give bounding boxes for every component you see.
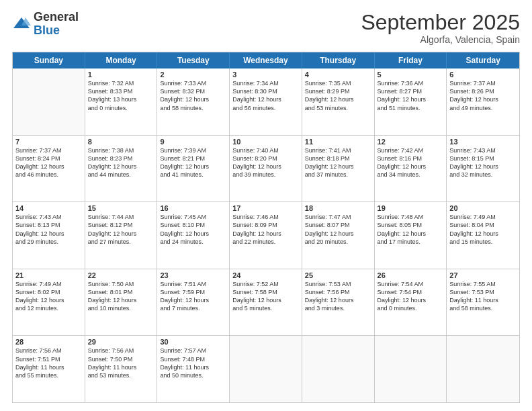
day-info: Sunrise: 7:41 AM Sunset: 8:18 PM Dayligh…: [305, 146, 371, 179]
day-cell-27: 27Sunrise: 7:55 AM Sunset: 7:53 PM Dayli…: [447, 269, 519, 336]
day-number: 28: [15, 338, 82, 346]
day-number: 7: [15, 138, 82, 146]
header: General Blue September 2025 Algorfa, Val…: [12, 11, 520, 45]
day-info: Sunrise: 7:44 AM Sunset: 8:12 PM Dayligh…: [88, 213, 154, 246]
day-cell-5: 5Sunrise: 7:36 AM Sunset: 8:27 PM Daylig…: [375, 68, 447, 135]
day-number: 1: [88, 71, 154, 79]
day-info: Sunrise: 7:54 AM Sunset: 7:54 PM Dayligh…: [378, 280, 444, 313]
day-info: Sunrise: 7:55 AM Sunset: 7:53 PM Dayligh…: [449, 280, 517, 313]
day-number: 17: [232, 204, 299, 212]
day-info: Sunrise: 7:36 AM Sunset: 8:27 PM Dayligh…: [378, 79, 444, 112]
logo-general: General: [34, 11, 79, 24]
day-cell-20: 20Sunrise: 7:49 AM Sunset: 8:04 PM Dayli…: [447, 202, 519, 269]
day-number: 20: [449, 204, 517, 212]
day-info: Sunrise: 7:37 AM Sunset: 8:24 PM Dayligh…: [15, 146, 82, 179]
week-row-4: 21Sunrise: 7:49 AM Sunset: 8:02 PM Dayli…: [13, 269, 519, 336]
day-cell-11: 11Sunrise: 7:41 AM Sunset: 8:18 PM Dayli…: [302, 136, 375, 202]
day-cell-15: 15Sunrise: 7:44 AM Sunset: 8:12 PM Dayli…: [85, 202, 158, 269]
empty-cell: [230, 336, 302, 402]
day-number: 25: [305, 271, 371, 279]
day-cell-23: 23Sunrise: 7:51 AM Sunset: 7:59 PM Dayli…: [157, 269, 230, 336]
day-number: 6: [449, 71, 517, 79]
header-day-tuesday: Tuesday: [157, 52, 230, 68]
day-number: 23: [160, 271, 226, 279]
day-info: Sunrise: 7:37 AM Sunset: 8:26 PM Dayligh…: [449, 79, 517, 112]
day-cell-22: 22Sunrise: 7:50 AM Sunset: 8:01 PM Dayli…: [85, 269, 158, 336]
day-number: 8: [88, 138, 154, 146]
calendar-title: September 2025: [361, 11, 520, 34]
day-info: Sunrise: 7:52 AM Sunset: 7:58 PM Dayligh…: [232, 280, 299, 313]
day-number: 2: [160, 71, 226, 79]
day-cell-14: 14Sunrise: 7:43 AM Sunset: 8:13 PM Dayli…: [13, 202, 85, 269]
day-cell-3: 3Sunrise: 7:34 AM Sunset: 8:30 PM Daylig…: [230, 68, 302, 135]
day-number: 16: [160, 204, 226, 212]
empty-cell: [375, 336, 447, 402]
day-cell-19: 19Sunrise: 7:48 AM Sunset: 8:05 PM Dayli…: [375, 202, 447, 269]
day-number: 10: [232, 138, 299, 146]
day-number: 11: [305, 138, 371, 146]
logo-blue: Blue: [34, 24, 79, 38]
day-info: Sunrise: 7:47 AM Sunset: 8:07 PM Dayligh…: [305, 213, 371, 246]
day-number: 12: [378, 138, 444, 146]
day-cell-26: 26Sunrise: 7:54 AM Sunset: 7:54 PM Dayli…: [375, 269, 447, 336]
day-info: Sunrise: 7:51 AM Sunset: 7:59 PM Dayligh…: [160, 280, 226, 313]
day-cell-7: 7Sunrise: 7:37 AM Sunset: 8:24 PM Daylig…: [13, 136, 85, 202]
day-cell-13: 13Sunrise: 7:43 AM Sunset: 8:15 PM Dayli…: [447, 136, 519, 202]
logo-text: General Blue: [34, 11, 79, 38]
day-cell-28: 28Sunrise: 7:56 AM Sunset: 7:51 PM Dayli…: [13, 336, 85, 402]
day-info: Sunrise: 7:39 AM Sunset: 8:21 PM Dayligh…: [160, 146, 226, 179]
day-number: 30: [160, 338, 226, 346]
day-info: Sunrise: 7:43 AM Sunset: 8:13 PM Dayligh…: [15, 213, 82, 246]
day-info: Sunrise: 7:57 AM Sunset: 7:48 PM Dayligh…: [160, 347, 226, 379]
day-info: Sunrise: 7:56 AM Sunset: 7:50 PM Dayligh…: [88, 347, 154, 379]
header-day-thursday: Thursday: [302, 52, 375, 68]
day-number: 13: [449, 138, 517, 146]
header-day-friday: Friday: [375, 52, 447, 68]
header-day-saturday: Saturday: [447, 52, 519, 68]
week-row-1: 1Sunrise: 7:32 AM Sunset: 8:33 PM Daylig…: [13, 68, 519, 136]
day-cell-16: 16Sunrise: 7:45 AM Sunset: 8:10 PM Dayli…: [157, 202, 230, 269]
day-number: 29: [88, 338, 154, 346]
day-number: 19: [378, 204, 444, 212]
day-cell-1: 1Sunrise: 7:32 AM Sunset: 8:33 PM Daylig…: [85, 68, 158, 135]
empty-cell: [13, 68, 85, 135]
day-number: 3: [232, 71, 299, 79]
day-cell-8: 8Sunrise: 7:38 AM Sunset: 8:23 PM Daylig…: [85, 136, 158, 202]
page: General Blue September 2025 Algorfa, Val…: [0, 0, 532, 411]
day-cell-24: 24Sunrise: 7:52 AM Sunset: 7:58 PM Dayli…: [230, 269, 302, 336]
day-info: Sunrise: 7:46 AM Sunset: 8:09 PM Dayligh…: [232, 213, 299, 246]
calendar-body: 1Sunrise: 7:32 AM Sunset: 8:33 PM Daylig…: [13, 68, 519, 402]
day-number: 4: [305, 71, 371, 79]
week-row-5: 28Sunrise: 7:56 AM Sunset: 7:51 PM Dayli…: [13, 336, 519, 402]
day-number: 21: [15, 271, 82, 279]
day-info: Sunrise: 7:42 AM Sunset: 8:16 PM Dayligh…: [378, 146, 444, 179]
day-number: 9: [160, 138, 226, 146]
empty-cell: [447, 336, 519, 402]
day-cell-17: 17Sunrise: 7:46 AM Sunset: 8:09 PM Dayli…: [230, 202, 302, 269]
day-info: Sunrise: 7:38 AM Sunset: 8:23 PM Dayligh…: [88, 146, 154, 179]
day-info: Sunrise: 7:43 AM Sunset: 8:15 PM Dayligh…: [449, 146, 517, 179]
day-number: 27: [449, 271, 517, 279]
day-info: Sunrise: 7:34 AM Sunset: 8:30 PM Dayligh…: [232, 79, 299, 112]
empty-cell: [302, 336, 375, 402]
day-number: 14: [15, 204, 82, 212]
day-number: 26: [378, 271, 444, 279]
calendar-header: SundayMondayTuesdayWednesdayThursdayFrid…: [13, 52, 519, 68]
day-cell-4: 4Sunrise: 7:35 AM Sunset: 8:29 PM Daylig…: [302, 68, 375, 135]
day-info: Sunrise: 7:35 AM Sunset: 8:29 PM Dayligh…: [305, 79, 371, 112]
day-number: 18: [305, 204, 371, 212]
day-cell-9: 9Sunrise: 7:39 AM Sunset: 8:21 PM Daylig…: [157, 136, 230, 202]
header-day-wednesday: Wednesday: [230, 52, 302, 68]
calendar-subtitle: Algorfa, Valencia, Spain: [361, 34, 520, 45]
title-section: September 2025 Algorfa, Valencia, Spain: [361, 11, 520, 45]
day-cell-18: 18Sunrise: 7:47 AM Sunset: 8:07 PM Dayli…: [302, 202, 375, 269]
day-info: Sunrise: 7:48 AM Sunset: 8:05 PM Dayligh…: [378, 213, 444, 246]
day-cell-25: 25Sunrise: 7:53 AM Sunset: 7:56 PM Dayli…: [302, 269, 375, 336]
day-cell-2: 2Sunrise: 7:33 AM Sunset: 8:32 PM Daylig…: [157, 68, 230, 135]
header-day-monday: Monday: [85, 52, 158, 68]
day-number: 5: [378, 71, 444, 79]
day-info: Sunrise: 7:49 AM Sunset: 8:02 PM Dayligh…: [15, 280, 82, 313]
day-cell-6: 6Sunrise: 7:37 AM Sunset: 8:26 PM Daylig…: [447, 68, 519, 135]
day-info: Sunrise: 7:53 AM Sunset: 7:56 PM Dayligh…: [305, 280, 371, 313]
calendar: SundayMondayTuesdayWednesdayThursdayFrid…: [12, 52, 520, 403]
